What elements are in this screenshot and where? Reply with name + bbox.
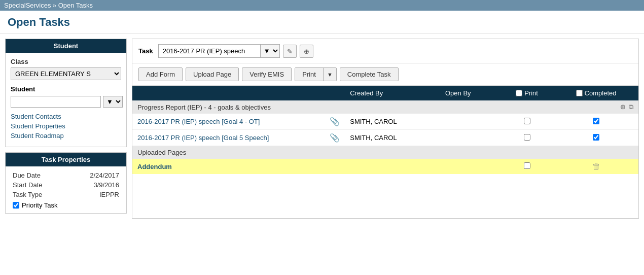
uploaded-print-cell: [500, 159, 554, 174]
section-row: Progress Report (IEP) - 4 - goals & obje…: [132, 100, 638, 114]
table-header-row: Created By Open By Print Completed: [132, 86, 638, 100]
uploaded-section-row: Uploaded Pages: [132, 146, 638, 159]
student-roadmap-link[interactable]: Student Roadmap: [11, 132, 121, 140]
data-table-wrapper: Created By Open By Print Completed: [132, 86, 638, 174]
plus-circle-icon: ⊕: [304, 48, 309, 55]
student-section-body: Class GREEN ELEMENTARY S Student ▼ Stude…: [6, 53, 126, 147]
task-type-row: Task Type IEPPR: [11, 190, 121, 199]
col-attachment: [325, 86, 345, 100]
task-properties-section: Task Properties Due Date 2/24/2017 Start…: [5, 152, 127, 214]
sidebar-links: Student Contacts Student Properties Stud…: [11, 113, 121, 140]
section-label: Progress Report (IEP) - 4 - goals & obje…: [132, 100, 500, 114]
student-contacts-link[interactable]: Student Contacts: [11, 113, 121, 120]
verify-emis-button[interactable]: Verify EMIS: [242, 67, 292, 81]
completed-header-checkbox[interactable]: [576, 90, 583, 96]
breadcrumb-separator: »: [53, 2, 58, 9]
col-open-by: Open By: [440, 86, 500, 100]
due-date-row: Due Date 2/24/2017: [11, 170, 121, 180]
uploaded-name-cell: Addendum: [132, 159, 325, 174]
breadcrumb-item-2: Open Tasks: [58, 2, 93, 9]
page-title: Open Tasks: [0, 11, 644, 33]
uploaded-col2: [325, 159, 345, 174]
row2-attachment-cell: 📎: [325, 130, 345, 146]
row1-open-by: [440, 114, 500, 130]
student-select-row: ▼: [11, 96, 121, 108]
col-completed: Completed: [554, 86, 638, 100]
row2-attachment-icon: 📎: [330, 133, 340, 142]
right-panel: Task ▼ ✎ ⊕ Add Form Upload Page Verify E…: [132, 39, 639, 219]
row2-open-by: [440, 130, 500, 146]
breadcrumb-item-1[interactable]: SpecialServices: [4, 2, 51, 9]
task-type-label: Task Type: [11, 190, 66, 199]
edit-icon: ✎: [287, 48, 293, 55]
row1-attachment-icon: 📎: [330, 117, 340, 126]
row1-name-link[interactable]: 2016-2017 PR (IEP) speech [Goal 4 - OT]: [137, 118, 260, 125]
add-task-button[interactable]: ⊕: [300, 45, 313, 58]
col-name: [132, 86, 325, 100]
section-actions-cell: ⊕ ⧉: [554, 100, 638, 114]
row1-print-checkbox[interactable]: [524, 118, 530, 124]
sidebar: Student Class GREEN ELEMENTARY S Student…: [5, 39, 127, 219]
uploaded-name: Addendum: [137, 163, 172, 170]
class-select[interactable]: GREEN ELEMENTARY S: [11, 67, 121, 80]
row1-completed-checkbox[interactable]: [593, 118, 599, 124]
data-table: Created By Open By Print Completed: [132, 86, 638, 174]
uploaded-delete-icon[interactable]: 🗑: [592, 162, 600, 170]
task-toolbar: Task ▼ ✎ ⊕: [132, 39, 638, 63]
complete-task-button[interactable]: Complete Task: [340, 67, 399, 81]
row2-print-cell: [500, 130, 554, 146]
row2-created-by: SMITH, CAROL: [345, 130, 440, 146]
class-label: Class: [11, 58, 121, 65]
row2-completed-cell: [554, 130, 638, 146]
student-section: Student Class GREEN ELEMENTARY S Student…: [5, 39, 127, 147]
print-button[interactable]: Print: [295, 68, 324, 81]
table-row: 2016-2017 PR (IEP) speech [Goal 4 - OT] …: [132, 114, 638, 130]
priority-task-label: Priority Task: [22, 201, 58, 209]
start-date-label: Start Date: [11, 180, 66, 190]
row1-created-by: SMITH, CAROL: [345, 114, 440, 130]
task-type-value: IEPPR: [66, 190, 121, 199]
student-input[interactable]: [11, 96, 101, 108]
print-header-checkbox[interactable]: [516, 90, 522, 96]
action-buttons: Add Form Upload Page Verify EMIS Print ▼…: [132, 63, 638, 86]
task-dropdown-arrow[interactable]: ▼: [260, 45, 279, 57]
col-print: Print: [500, 86, 554, 100]
student-properties-link[interactable]: Student Properties: [11, 122, 121, 130]
table-row: 2016-2017 PR (IEP) speech [Goal 5 Speech…: [132, 130, 638, 146]
task-select-wrapper: ▼: [158, 44, 280, 58]
row2-name-link[interactable]: 2016-2017 PR (IEP) speech [Goal 5 Speech…: [137, 134, 269, 142]
row2-print-checkbox[interactable]: [524, 134, 530, 141]
uploaded-section-label: Uploaded Pages: [132, 146, 638, 159]
task-label: Task: [138, 47, 153, 55]
row2-name-cell: 2016-2017 PR (IEP) speech [Goal 5 Speech…: [132, 130, 325, 146]
print-dropdown-button[interactable]: ▼: [324, 68, 336, 81]
upload-page-button[interactable]: Upload Page: [186, 67, 239, 81]
edit-task-button[interactable]: ✎: [283, 45, 297, 58]
row1-name-cell: 2016-2017 PR (IEP) speech [Goal 4 - OT]: [132, 114, 325, 130]
due-date-value: 2/24/2017: [66, 170, 121, 180]
priority-task-row: Priority Task: [11, 199, 121, 209]
completed-col-label: Completed: [585, 89, 617, 97]
breadcrumb: SpecialServices » Open Tasks: [0, 0, 644, 11]
priority-task-checkbox[interactable]: [13, 202, 19, 209]
section-add-icon[interactable]: ⊕: [620, 103, 626, 111]
uploaded-col4: [440, 159, 500, 174]
start-date-row: Start Date 3/9/2016: [11, 180, 121, 190]
start-date-value: 3/9/2016: [66, 180, 121, 190]
row1-print-cell: [500, 114, 554, 130]
main-content: Student Class GREEN ELEMENTARY S Student…: [0, 33, 644, 224]
task-props-table: Due Date 2/24/2017 Start Date 3/9/2016 T…: [11, 170, 121, 199]
add-form-button[interactable]: Add Form: [138, 67, 183, 81]
student-dropdown[interactable]: ▼: [103, 96, 123, 108]
section-print-cell: [500, 100, 554, 114]
student-label: Student: [11, 85, 121, 93]
section-copy-icon[interactable]: ⧉: [629, 103, 633, 111]
uploaded-print-checkbox[interactable]: [524, 162, 530, 169]
task-properties-header: Task Properties: [6, 153, 126, 166]
row1-completed-cell: [554, 114, 638, 130]
row2-completed-checkbox[interactable]: [593, 134, 599, 141]
student-section-header: Student: [6, 39, 126, 53]
task-input[interactable]: [159, 45, 260, 57]
uploaded-row: Addendum 🗑: [132, 159, 638, 174]
print-col-label: Print: [524, 89, 538, 97]
